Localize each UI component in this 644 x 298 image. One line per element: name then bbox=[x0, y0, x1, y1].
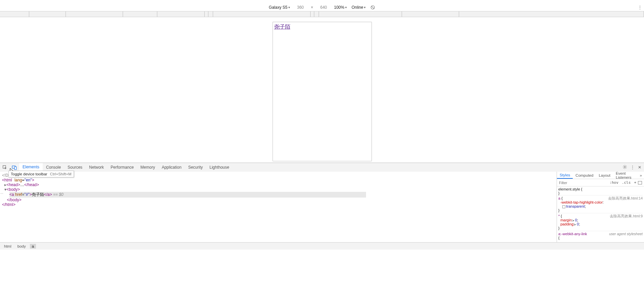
styles-tabs-more-icon[interactable]: » bbox=[638, 173, 644, 177]
inspect-element-icon[interactable] bbox=[0, 163, 9, 172]
rulers bbox=[0, 11, 644, 17]
tooltip: Toggle device toolbar Ctrl+Shift+M bbox=[8, 171, 74, 177]
styles-tab-styles[interactable]: Styles bbox=[557, 172, 573, 179]
devtools: Elements Console Sources Network Perform… bbox=[0, 163, 644, 250]
throttle-select[interactable]: Online bbox=[352, 5, 366, 10]
page-link[interactable]: 尧子陌 bbox=[274, 24, 290, 30]
tooltip-shortcut: Ctrl+Shift+M bbox=[50, 172, 72, 176]
crumb-a[interactable]: a bbox=[30, 244, 36, 249]
style-rules[interactable]: element.style { } 去除高亮效果.html:14a { -web… bbox=[557, 186, 644, 242]
rotate-icon[interactable] bbox=[370, 5, 375, 10]
tab-network[interactable]: Network bbox=[86, 163, 107, 172]
viewport-stage: 尧子陌 bbox=[0, 17, 644, 163]
devtools-menu-icon[interactable]: ⋮ bbox=[631, 165, 635, 170]
tab-security[interactable]: Security bbox=[185, 163, 206, 172]
zoom-select[interactable]: 100% bbox=[334, 5, 347, 10]
styles-panel: Styles Computed Layout Event Listeners »… bbox=[557, 172, 644, 242]
devtools-body: ⋯<!DOCTYPE html> <html lang="en"> ▸<head… bbox=[0, 172, 644, 242]
device-frame: 尧子陌 bbox=[273, 22, 372, 161]
crumb-html[interactable]: html bbox=[2, 244, 13, 249]
top-spacer bbox=[0, 0, 644, 3]
cls-toggle[interactable]: .cls bbox=[620, 180, 633, 185]
styles-filter-bar: :hov .cls + bbox=[557, 179, 644, 186]
styles-filter-input[interactable] bbox=[557, 180, 608, 185]
device-height-input[interactable]: 640 bbox=[318, 5, 329, 10]
new-style-rule-icon[interactable]: + bbox=[632, 180, 638, 185]
svg-rect-4 bbox=[14, 167, 16, 170]
breadcrumb: html body a bbox=[0, 242, 644, 250]
device-width-input[interactable]: 360 bbox=[295, 5, 306, 10]
styles-tab-event-listeners[interactable]: Event Listeners bbox=[613, 172, 638, 179]
tab-lighthouse[interactable]: Lighthouse bbox=[206, 163, 233, 172]
styles-tab-computed[interactable]: Computed bbox=[573, 172, 596, 179]
svg-point-5 bbox=[624, 166, 626, 168]
dimension-separator: × bbox=[311, 5, 313, 10]
tooltip-label: Toggle device toolbar bbox=[11, 172, 47, 176]
tab-application[interactable]: Application bbox=[158, 163, 185, 172]
tab-memory[interactable]: Memory bbox=[137, 163, 158, 172]
hov-toggle[interactable]: :hov bbox=[608, 180, 620, 185]
device-toolbar: Galaxy S5 360 × 640 100% Online ⋮ bbox=[0, 3, 644, 11]
device-toolbar-menu-icon[interactable]: ⋮ bbox=[638, 3, 642, 11]
settings-icon[interactable] bbox=[622, 165, 627, 170]
styles-tabs: Styles Computed Layout Event Listeners » bbox=[557, 172, 644, 179]
styles-tab-layout[interactable]: Layout bbox=[596, 172, 613, 179]
crumb-body[interactable]: body bbox=[15, 244, 28, 249]
dom-tree[interactable]: ⋯<!DOCTYPE html> <html lang="en"> ▸<head… bbox=[0, 172, 557, 242]
svg-line-1 bbox=[371, 6, 374, 8]
devtools-close-icon[interactable]: ✕ bbox=[638, 165, 641, 170]
tab-performance[interactable]: Performance bbox=[107, 163, 137, 172]
toggle-computed-sidebar-icon[interactable] bbox=[638, 181, 642, 184]
devtools-tabs: Elements Console Sources Network Perform… bbox=[0, 163, 644, 172]
device-select[interactable]: Galaxy S5 bbox=[269, 5, 290, 10]
